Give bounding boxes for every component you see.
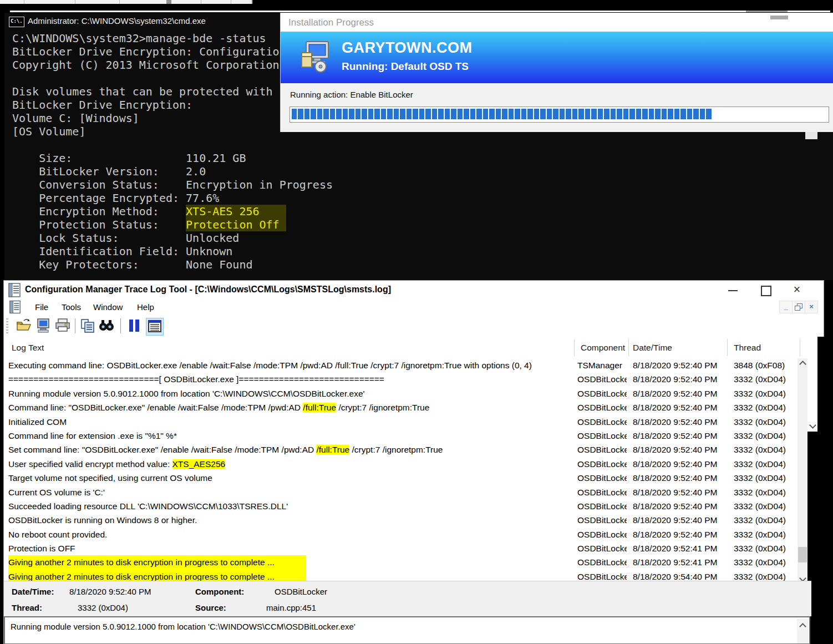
log-row[interactable]: Protection is OFFOSDBitLocker8/18/2020 9… (4, 541, 824, 555)
installer-icon (299, 40, 331, 73)
log-row[interactable]: ==============================[ OSDBitLo… (4, 372, 824, 386)
status-source-value: main.cpp:451 (266, 603, 316, 612)
col-component[interactable]: Component (581, 337, 625, 358)
copy-icon[interactable] (79, 318, 96, 334)
running-action-text: Running action: Enable BitLocker (290, 90, 413, 99)
stitch-gap (807, 432, 825, 584)
col-log-text[interactable]: Log Text (12, 337, 44, 358)
column-divider[interactable] (574, 339, 575, 356)
scroll-up-icon[interactable] (798, 358, 807, 368)
cmd-line (12, 138, 333, 151)
stitch-gap (817, 337, 825, 432)
menu-window[interactable]: Window (93, 302, 123, 312)
cmd-title: Administrator: C:\WINDOWS\system32\cmd.e… (28, 16, 206, 26)
strip-tick (231, 0, 231, 4)
log-row[interactable]: User specified valid encrypt method valu… (4, 457, 824, 471)
log-row[interactable]: Set command line: "OSDBitLocker.exe" /en… (4, 443, 824, 457)
log-document-icon (9, 300, 22, 314)
stitched-scrollbar-fragment (807, 337, 817, 432)
status-component-label: Component: (195, 587, 244, 596)
pause-icon[interactable] (127, 318, 144, 334)
cmd-line: Percentage Encrypted: 77.6% (12, 191, 333, 205)
progress-dialog-title: Installation Progress (288, 17, 374, 28)
find-icon[interactable] (98, 318, 115, 334)
detail-scrollbar[interactable] (797, 618, 808, 643)
cmtrace-window: Configuration Manager Trace Log Tool - [… (3, 280, 824, 644)
menu-tools[interactable]: Tools (62, 302, 81, 312)
strip-tick (24, 0, 24, 4)
cmtrace-toolbar (4, 316, 824, 337)
cmtrace-title: Configuration Manager Trace Log Tool - [… (25, 285, 391, 295)
log-row[interactable]: Succeeded loading resource DLL 'C:\WINDO… (4, 499, 824, 513)
close-button[interactable]: × (789, 284, 805, 296)
mdi-restore-button[interactable] (792, 301, 805, 313)
cmd-icon: C:\. (9, 17, 24, 27)
scroll-down-icon[interactable] (807, 421, 817, 430)
strip-tick (166, 0, 171, 4)
maximize-button[interactable] (757, 284, 774, 296)
log-row[interactable]: Target volume not specified, using curre… (4, 471, 824, 485)
toolbar-separator (75, 318, 75, 333)
detail-view-icon[interactable] (146, 318, 164, 336)
status-datetime-label: Date/Time: (12, 587, 54, 596)
column-divider[interactable] (628, 339, 629, 356)
col-datetime[interactable]: Date/Time (633, 337, 672, 358)
column-divider[interactable] (800, 339, 800, 356)
log-row[interactable]: Current OS volume is 'C:'OSDBitLocker8/1… (4, 485, 824, 499)
status-component-value: OSDBitLocker (275, 587, 327, 596)
scrollbar-thumb[interactable] (798, 547, 807, 562)
minimize-button[interactable] (725, 284, 741, 296)
log-detail-pane[interactable]: Running module version 5.0.9012.1000 fro… (4, 616, 810, 644)
log-status-panel: Date/Time: 8/18/2020 9:52:40 PM Componen… (4, 581, 811, 617)
window-top-border (10, 11, 830, 12)
strip-tick (251, 0, 252, 4)
toolbar-grip (6, 318, 8, 334)
status-datetime-value: 8/18/2020 9:52:40 PM (69, 587, 151, 596)
log-row[interactable]: Giving another 2 minutes to disk encrypt… (4, 555, 824, 569)
log-row[interactable]: OSDBitLocker is running on Windows 8 or … (4, 513, 824, 527)
banner-task-sequence: Running: Default OSD TS (342, 60, 469, 73)
log-scrollbar[interactable] (798, 358, 807, 584)
banner-brand: GARYTOWN.COM (342, 39, 473, 57)
status-thread-value: 3332 (0xD04) (78, 603, 128, 612)
stitch-gap (811, 581, 825, 616)
cmtrace-menubar: File Tools Window Help _ × (4, 299, 824, 316)
log-document-icon (8, 283, 22, 297)
progress-banner: GARYTOWN.COM Running: Default OSD TS (281, 32, 833, 83)
realtime-view-icon[interactable] (36, 318, 53, 334)
scroll-up-icon[interactable] (798, 621, 807, 630)
cmtrace-titlebar[interactable]: Configuration Manager Trace Log Tool - [… (4, 281, 824, 299)
menu-file[interactable]: File (35, 302, 48, 312)
log-table-header: Log Text Component Date/Time Thread (4, 337, 824, 359)
col-thread[interactable]: Thread (734, 337, 761, 358)
log-row[interactable]: Command line: "OSDBitLocker.exe" /enable… (4, 400, 824, 414)
log-row[interactable]: Command line for extension .exe is "%1" … (4, 429, 824, 443)
cmd-line: Protection Status: Protection Off (12, 218, 333, 231)
mdi-close-button[interactable]: × (805, 301, 818, 313)
log-row[interactable]: No reboot count provided.OSDBitLocker8/1… (4, 528, 824, 541)
column-divider[interactable] (727, 339, 728, 356)
log-row[interactable]: Initialized COMOSDBitLocker8/18/2020 9:5… (4, 415, 824, 429)
print-icon[interactable] (55, 318, 72, 334)
stitch-gap (810, 616, 825, 644)
strip-tick (75, 0, 75, 4)
cmd-line: Encryption Method: XTS-AES 256 (12, 205, 333, 218)
cmd-line: Conversion Status: Encryption in Progres… (12, 178, 333, 191)
progress-bar-fill (292, 109, 712, 119)
status-source-label: Source: (195, 603, 226, 612)
minimize-icon[interactable] (770, 16, 788, 19)
cmd-line: BitLocker Version: 2.0 (12, 165, 333, 178)
mdi-minimize-button[interactable]: _ (779, 301, 793, 313)
cmd-line: Key Protectors: None Found (12, 258, 333, 271)
menu-help[interactable]: Help (137, 302, 154, 312)
strip-tick (201, 0, 201, 4)
status-thread-label: Thread: (12, 603, 42, 612)
progress-dialog-titlebar[interactable]: Installation Progress (281, 13, 833, 32)
log-row[interactable]: Executing command line: OSDBitLocker.exe… (4, 358, 824, 372)
dialog-corner-fragment (805, 132, 817, 139)
log-rows: Executing command line: OSDBitLocker.exe… (4, 358, 824, 584)
top-edge-strip (0, 0, 252, 4)
log-row[interactable]: Running module version 5.0.9012.1000 fro… (4, 387, 824, 400)
open-file-icon[interactable] (16, 318, 33, 334)
strip-tick (119, 0, 120, 4)
